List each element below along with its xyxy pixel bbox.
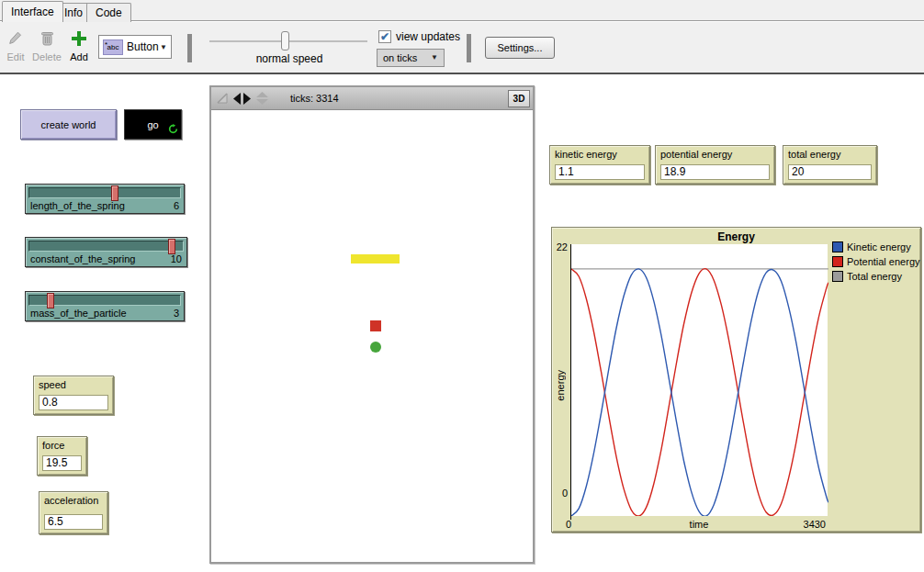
toolbar-separator: [187, 34, 192, 62]
trash-icon: [29, 28, 64, 50]
monitor-kinetic-energy: kinetic energy 1.1: [549, 145, 650, 185]
energy-plot: Energy 22 0 energy 0 time 3430 Kinetic e…: [551, 227, 921, 533]
slider-label: constant_of_the_spring: [30, 253, 135, 264]
monitor-potential-energy: potential energy 18.9: [655, 145, 775, 185]
x-axis-tick-max: 3430: [783, 519, 826, 530]
plot-area: [570, 244, 828, 516]
particle-shape: [370, 320, 381, 331]
y-axis-label: energy: [555, 370, 566, 401]
slider-value: 3: [174, 308, 179, 319]
toolbar-separator: [467, 34, 471, 62]
y-axis-tick-max: 22: [553, 241, 568, 252]
resize-diagonal-icon[interactable]: [217, 93, 228, 104]
plus-icon: [64, 28, 94, 50]
kinetic-energy-swatch: [832, 241, 843, 252]
monitor-value: 19.5: [42, 455, 82, 471]
monitor-value: 18.9: [660, 164, 770, 180]
slider-mass-of-the-particle: mass_of_the_particle 3: [25, 291, 185, 321]
settings-button[interactable]: Settings...: [485, 37, 555, 59]
chevron-down-icon: ▼: [160, 43, 167, 51]
add-label: Add: [64, 51, 94, 62]
interface-canvas: create world go length_of_the_spring 6 c…: [0, 74, 924, 572]
view-3d-button[interactable]: 3D: [508, 90, 530, 107]
monitor-force: force 19.5: [37, 436, 87, 476]
legend-item-total: Total energy: [832, 269, 920, 284]
slider-handle[interactable]: [111, 185, 118, 201]
monitor-speed: speed 0.8: [33, 376, 114, 415]
slider-label: length_of_the_spring: [30, 200, 125, 211]
legend-item-kinetic: Kinetic energy: [832, 240, 920, 254]
monitor-total-energy: total energy 20: [783, 145, 877, 185]
slider-handle[interactable]: [47, 293, 54, 308]
toolbar: Edit Delete Add *abc Button ▼ normal spe…: [0, 22, 924, 74]
legend-label: Potential energy: [847, 256, 920, 267]
monitor-label: kinetic energy: [555, 149, 649, 160]
go-label: go: [147, 119, 158, 130]
go-button[interactable]: go: [124, 109, 182, 140]
vertical-arrows-icon[interactable]: [256, 92, 268, 105]
monitor-value: 0.8: [39, 395, 108, 410]
view-updates-label: view updates: [396, 30, 460, 43]
slider-value: 6: [174, 200, 179, 211]
slider-constant-of-the-spring: constant_of_the_spring 10: [25, 237, 187, 267]
y-axis-tick-min: 0: [556, 488, 568, 499]
plot-legend: Kinetic energy Potential energy Total en…: [832, 240, 920, 284]
forever-icon: [168, 124, 178, 136]
legend-label: Total energy: [847, 271, 902, 282]
tab-interface[interactable]: Interface: [2, 1, 63, 22]
widget-type-value: Button: [127, 40, 159, 53]
edit-button[interactable]: Edit: [2, 28, 29, 62]
tab-code[interactable]: Code: [86, 3, 131, 22]
update-mode-value: on ticks: [383, 50, 417, 66]
slider-value: 10: [171, 253, 182, 264]
anchor-shape: [370, 342, 381, 353]
pencil-icon: [2, 28, 29, 50]
update-mode-dropdown[interactable]: on ticks ▼: [377, 49, 445, 67]
total-energy-swatch: [832, 271, 843, 282]
slider-track[interactable]: [28, 187, 181, 198]
button-widget-icon: *abc: [103, 39, 123, 55]
plot-canvas: [571, 244, 828, 516]
monitor-value: 6.5: [44, 514, 103, 530]
monitor-value: 20: [788, 164, 872, 180]
chevron-down-icon: ▼: [431, 50, 438, 66]
speed-slider-label: normal speed: [220, 52, 358, 65]
tab-strip: Interface Info Code: [0, 0, 924, 21]
monitor-label: total energy: [788, 149, 876, 160]
spring-shape: [351, 254, 400, 264]
slider-track[interactable]: [28, 295, 181, 306]
slider-handle[interactable]: [168, 239, 175, 254]
world-canvas[interactable]: [211, 111, 533, 562]
world-view: ticks: 3314 3D: [209, 85, 535, 564]
netlogo-window: Interface Info Code Edit Delete Add *abc…: [0, 0, 924, 572]
monitor-label: speed: [39, 379, 113, 390]
edit-label: Edit: [2, 51, 29, 62]
ticks-counter: ticks: 3314: [290, 93, 339, 104]
monitor-value: 1.1: [555, 164, 645, 180]
delete-label: Delete: [29, 51, 64, 62]
view-updates-checkbox[interactable]: ✔: [378, 30, 391, 43]
widget-type-dropdown[interactable]: *abc Button ▼: [98, 35, 172, 59]
horizontal-arrows-icon[interactable]: [233, 93, 251, 105]
monitor-label: force: [42, 440, 86, 451]
world-view-header[interactable]: ticks: 3314 3D: [211, 87, 533, 110]
monitor-label: potential energy: [660, 149, 774, 160]
create-world-button[interactable]: create world: [20, 109, 117, 140]
slider-length-of-the-spring: length_of_the_spring 6: [25, 184, 185, 214]
potential-energy-swatch: [832, 256, 843, 267]
monitor-acceleration: acceleration 6.5: [39, 491, 108, 534]
slider-track[interactable]: [28, 241, 184, 252]
monitor-label: acceleration: [44, 495, 107, 506]
create-world-label: create world: [41, 119, 96, 130]
legend-label: Kinetic energy: [847, 241, 911, 252]
slider-label: mass_of_the_particle: [30, 308, 127, 319]
add-button[interactable]: Add: [64, 28, 94, 62]
legend-item-potential: Potential energy: [832, 254, 920, 269]
delete-button[interactable]: Delete: [29, 28, 64, 62]
speed-slider-handle[interactable]: [281, 31, 289, 50]
